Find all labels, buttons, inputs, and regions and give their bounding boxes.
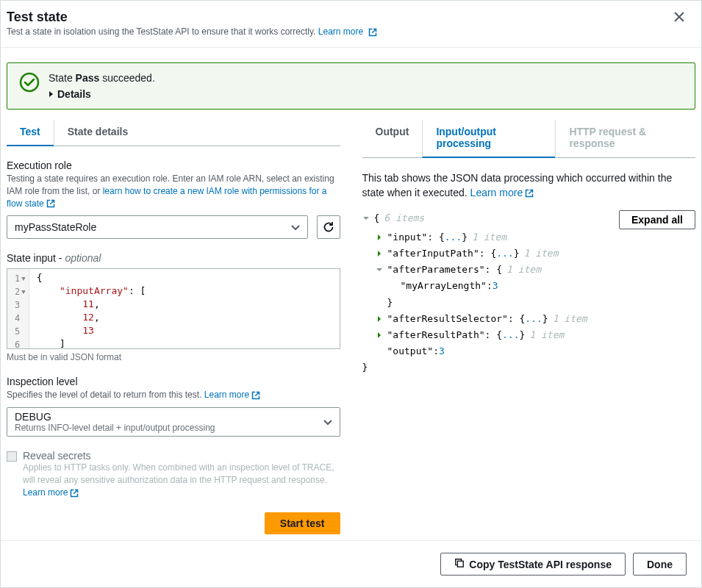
tab-output[interactable]: Output	[362, 120, 423, 158]
copy-icon	[454, 558, 465, 570]
close-button[interactable]	[672, 10, 687, 24]
tree-toggle[interactable]	[376, 315, 384, 323]
caret-right-icon	[49, 88, 54, 100]
tree-row[interactable]: "afterResultPath" : {...}1 item	[362, 327, 696, 343]
tree-row[interactable]: "afterInputPath" : {...}1 item	[362, 245, 696, 262]
inspection-learn-more-link[interactable]: Learn more	[204, 390, 260, 400]
chevron-down-icon	[323, 416, 332, 428]
copy-response-button[interactable]: Copy TestState API response	[440, 553, 626, 576]
inspection-select[interactable]: DEBUG Returns INFO-level detail + input/…	[7, 407, 340, 437]
state-input-label: State input - optional	[7, 252, 340, 264]
tree-row[interactable]: "afterParameters" : {1 item	[362, 262, 696, 278]
modal-subtitle: Test a state in isolation using the Test…	[7, 26, 687, 37]
test-state-modal: Test state Test a state in isolation usi…	[0, 0, 702, 588]
reveal-secrets-label: Reveal secrets	[23, 450, 340, 462]
alert-title: State Pass succeeded.	[49, 72, 683, 84]
reveal-secrets-desc: Applies to HTTP tasks only. When combine…	[23, 462, 340, 498]
expand-all-button[interactable]: Expand all	[619, 210, 695, 229]
right-learn-more-link[interactable]: Learn more	[470, 187, 534, 198]
external-link-icon	[251, 391, 260, 400]
success-alert: State Pass succeeded. Details	[7, 62, 695, 110]
right-panel-desc: This tab shows the JSON data processing …	[362, 171, 696, 200]
svg-rect-1	[458, 561, 464, 567]
tree-row[interactable]: "afterResultSelector" : {...}1 item	[362, 311, 696, 327]
json-tree: { 6 items Expand all "input" : {...}1 it…	[362, 210, 696, 376]
exec-role-select[interactable]: myPassStateRole	[7, 215, 308, 239]
reveal-secrets-checkbox[interactable]	[7, 451, 17, 462]
header-learn-more-link[interactable]: Learn more	[318, 26, 377, 37]
exec-role-label: Execution role	[7, 159, 340, 171]
external-link-icon	[46, 199, 55, 208]
tree-row[interactable]: "input" : {...}1 item	[362, 229, 696, 245]
refresh-button[interactable]	[317, 215, 340, 239]
tab-io-processing[interactable]: Input/output processing	[422, 120, 555, 158]
external-link-icon	[70, 489, 79, 498]
chevron-down-icon	[291, 221, 300, 233]
reveal-learn-more-link[interactable]: Learn more	[23, 487, 79, 498]
external-link-icon	[525, 189, 534, 198]
external-link-icon	[368, 28, 377, 37]
tree-toggle[interactable]	[376, 331, 384, 339]
tree-toggle[interactable]	[362, 215, 371, 222]
exec-role-desc: Testing a state requires an execution ro…	[7, 173, 340, 209]
inspection-label: Inspection level	[7, 376, 340, 387]
tab-http: HTTP request & response	[555, 120, 695, 158]
success-check-icon	[19, 72, 40, 93]
inspection-desc: Specifies the level of detail to return …	[7, 389, 340, 401]
tree-row: "myArrayLength" : 3	[362, 278, 696, 294]
tree-toggle[interactable]	[376, 250, 384, 257]
tree-toggle[interactable]	[376, 234, 384, 241]
done-button[interactable]: Done	[633, 553, 687, 576]
modal-title: Test state	[7, 10, 687, 25]
state-input-help: Must be in valid JSON format	[7, 352, 340, 362]
modal-footer: Copy TestState API response Done	[1, 540, 701, 587]
alert-details-toggle[interactable]: Details	[49, 88, 91, 100]
modal-header: Test state Test a state in isolation usi…	[1, 1, 701, 48]
svg-point-0	[21, 74, 38, 91]
left-tabs: Test State details	[7, 120, 340, 146]
tree-row[interactable]: "output" : 3	[362, 343, 696, 359]
tab-state-details[interactable]: State details	[54, 120, 141, 146]
start-test-button[interactable]: Start test	[265, 512, 340, 534]
tab-test[interactable]: Test	[7, 120, 54, 146]
tree-toggle[interactable]	[376, 266, 384, 273]
state-input-editor[interactable]: 1▼2▼3 4 5 6 { "inputArray": [ 11, 12, 13…	[7, 268, 340, 349]
right-tabs: Output Input/output processing HTTP requ…	[362, 120, 696, 158]
